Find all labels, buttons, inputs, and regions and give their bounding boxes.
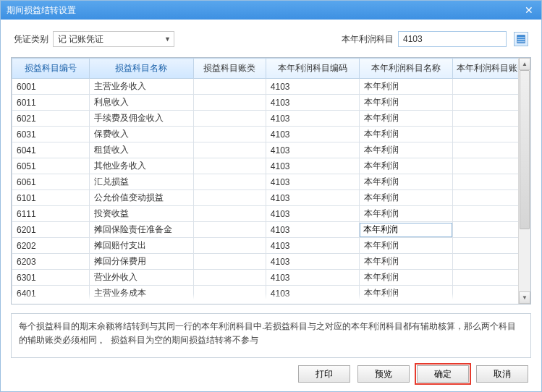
data-grid[interactable]: 损益科目编号损益科目名称损益科目账类本年利润科目编码本年利润科目名称本年利润科目… — [11, 57, 531, 304]
table-row[interactable]: 6101公允价值变动损益4103本年利润 — [12, 190, 530, 206]
vertical-scrollbar[interactable]: ▲ ▼ — [518, 58, 530, 304]
table-cell[interactable]: 4103 — [266, 158, 359, 174]
lookup-button[interactable] — [514, 32, 528, 46]
table-cell[interactable]: 4103 — [266, 79, 359, 95]
column-header[interactable]: 本年利润科目编码 — [266, 59, 359, 79]
preview-button[interactable]: 预览 — [357, 365, 410, 383]
table-cell[interactable]: 6031 — [12, 127, 90, 142]
table-cell[interactable]: 摊回赔付支出 — [90, 238, 193, 254]
column-header[interactable]: 损益科目名称 — [90, 59, 193, 79]
table-cell[interactable]: 本年利润 — [359, 127, 452, 142]
table-cell[interactable] — [193, 127, 266, 142]
table-cell[interactable]: 6301 — [12, 270, 90, 286]
table-cell[interactable]: 6011 — [12, 95, 90, 111]
table-cell[interactable]: 本年利润 — [359, 111, 452, 127]
table-cell[interactable] — [359, 222, 452, 238]
table-cell[interactable]: 本年利润 — [359, 79, 452, 95]
table-cell[interactable] — [193, 79, 266, 95]
table-row[interactable]: 6203摊回分保费用4103本年利润 — [12, 254, 530, 270]
table-row[interactable]: 6301营业外收入4103本年利润 — [12, 270, 530, 286]
table-cell[interactable] — [193, 190, 266, 206]
table-cell[interactable]: 4103 — [266, 95, 359, 111]
table-cell[interactable]: 本年利润 — [359, 254, 452, 270]
table-cell[interactable]: 6061 — [12, 174, 90, 190]
table-row[interactable]: 6021手续费及佣金收入4103本年利润 — [12, 111, 530, 127]
table-row[interactable]: 6202摊回赔付支出4103本年利润 — [12, 238, 530, 254]
table-cell[interactable]: 投资收益 — [90, 206, 193, 222]
table-cell[interactable]: 6203 — [12, 254, 90, 270]
table-row[interactable]: 6201摊回保险责任准备金4103 — [12, 222, 530, 238]
table-cell[interactable]: 本年利润 — [359, 238, 452, 254]
table-cell[interactable]: 租赁收入 — [90, 142, 193, 158]
table-cell[interactable] — [193, 222, 266, 238]
table-row[interactable]: 6401主营业务成本4103本年利润 — [12, 286, 530, 302]
table-cell[interactable]: 本年利润 — [359, 270, 452, 286]
table-cell[interactable]: 主营业务收入 — [90, 79, 193, 95]
table-cell[interactable]: 摊回分保费用 — [90, 254, 193, 270]
column-header[interactable]: 损益科目账类 — [193, 59, 266, 79]
table-cell[interactable]: 4103 — [266, 190, 359, 206]
table-cell[interactable] — [193, 238, 266, 254]
voucher-type-combo[interactable]: 记 记账凭证 ▼ — [53, 31, 174, 47]
scroll-thumb[interactable] — [520, 70, 530, 229]
table-cell[interactable]: 6101 — [12, 190, 90, 206]
table-cell[interactable]: 4103 — [266, 238, 359, 254]
profit-account-input[interactable]: 4103 — [398, 31, 507, 47]
table-cell[interactable]: 4103 — [266, 174, 359, 190]
table-cell[interactable]: 4103 — [266, 111, 359, 127]
table-cell[interactable]: 4103 — [266, 142, 359, 158]
table-cell[interactable]: 营业外收入 — [90, 270, 193, 286]
table-cell[interactable]: 摊回保险责任准备金 — [90, 222, 193, 238]
table-row[interactable]: 6011利息收入4103本年利润 — [12, 95, 530, 111]
table-cell[interactable] — [193, 142, 266, 158]
scroll-down-icon[interactable]: ▼ — [519, 291, 530, 304]
table-cell[interactable] — [193, 111, 266, 127]
table-cell[interactable]: 4103 — [266, 127, 359, 142]
table-cell[interactable]: 6001 — [12, 79, 90, 95]
column-header[interactable]: 损益科目编号 — [12, 59, 90, 79]
table-cell[interactable] — [193, 286, 266, 302]
table-cell[interactable]: 6041 — [12, 142, 90, 158]
table-cell[interactable] — [193, 158, 266, 174]
table-row[interactable]: 6061汇兑损益4103本年利润 — [12, 174, 530, 190]
cancel-button[interactable]: 取消 — [476, 365, 528, 383]
table-cell[interactable]: 6401 — [12, 286, 90, 302]
table-cell[interactable]: 6051 — [12, 158, 90, 174]
table-cell[interactable] — [193, 95, 266, 111]
scroll-up-icon[interactable]: ▲ — [519, 58, 530, 70]
table-cell[interactable]: 本年利润 — [359, 206, 452, 222]
table-cell[interactable]: 6111 — [12, 206, 90, 222]
table-cell[interactable]: 4103 — [266, 206, 359, 222]
cell-editor[interactable] — [360, 223, 452, 237]
table-cell[interactable]: 4103 — [266, 222, 359, 238]
table-row[interactable]: 6001主营业务收入4103本年利润 — [12, 79, 530, 95]
table-row[interactable]: 6041租赁收入4103本年利润 — [12, 142, 530, 158]
table-row[interactable]: 6051其他业务收入4103本年利润 — [12, 158, 530, 174]
table-cell[interactable]: 本年利润 — [359, 174, 452, 190]
table-cell[interactable] — [193, 206, 266, 222]
table-row[interactable]: 6031保费收入4103本年利润 — [12, 127, 530, 142]
ok-button[interactable]: 确定 — [417, 365, 469, 383]
print-button[interactable]: 打印 — [298, 365, 350, 383]
scroll-track[interactable] — [519, 70, 530, 291]
table-row[interactable]: 6111投资收益4103本年利润 — [12, 206, 530, 222]
table-cell[interactable]: 利息收入 — [90, 95, 193, 111]
table-cell[interactable]: 主营业务成本 — [90, 286, 193, 302]
table-cell[interactable]: 4103 — [266, 286, 359, 302]
table-cell[interactable]: 4103 — [266, 270, 359, 286]
table-cell[interactable]: 公允价值变动损益 — [90, 190, 193, 206]
table-cell[interactable]: 6202 — [12, 238, 90, 254]
table-cell[interactable] — [193, 254, 266, 270]
table-cell[interactable]: 汇兑损益 — [90, 174, 193, 190]
table-cell[interactable] — [193, 270, 266, 286]
table-cell[interactable]: 本年利润 — [359, 190, 452, 206]
close-icon[interactable]: ✕ — [522, 4, 535, 16]
table-cell[interactable]: 本年利润 — [359, 286, 452, 302]
table-cell[interactable] — [193, 174, 266, 190]
table-cell[interactable]: 手续费及佣金收入 — [90, 111, 193, 127]
column-header[interactable]: 本年利润科目名称 — [359, 59, 452, 79]
table-cell[interactable]: 6021 — [12, 111, 90, 127]
table-cell[interactable]: 6201 — [12, 222, 90, 238]
table-cell[interactable]: 本年利润 — [359, 142, 452, 158]
table-cell[interactable]: 4103 — [266, 254, 359, 270]
